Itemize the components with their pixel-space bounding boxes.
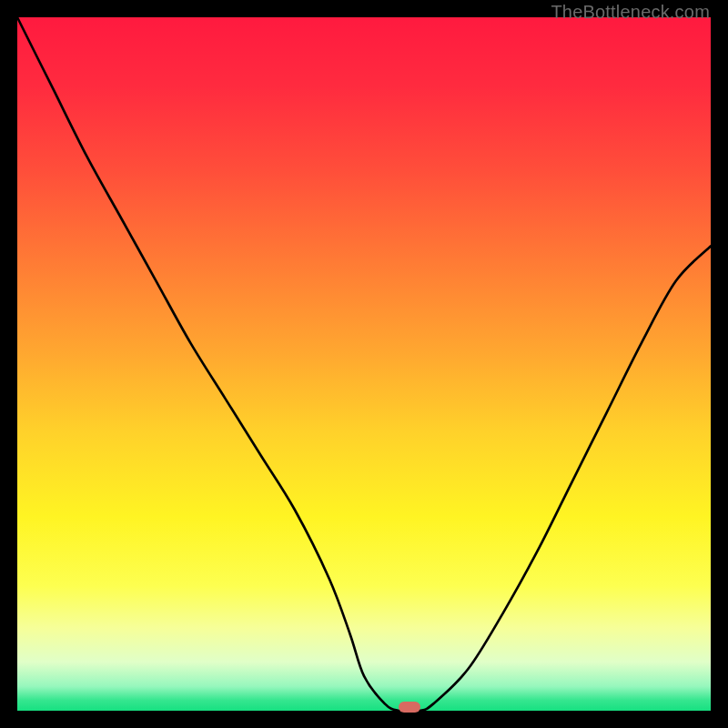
attribution-text: TheBottleneck.com bbox=[551, 2, 710, 23]
optimal-marker bbox=[399, 702, 420, 713]
bottleneck-curve bbox=[17, 17, 711, 711]
chart-frame bbox=[17, 17, 711, 711]
